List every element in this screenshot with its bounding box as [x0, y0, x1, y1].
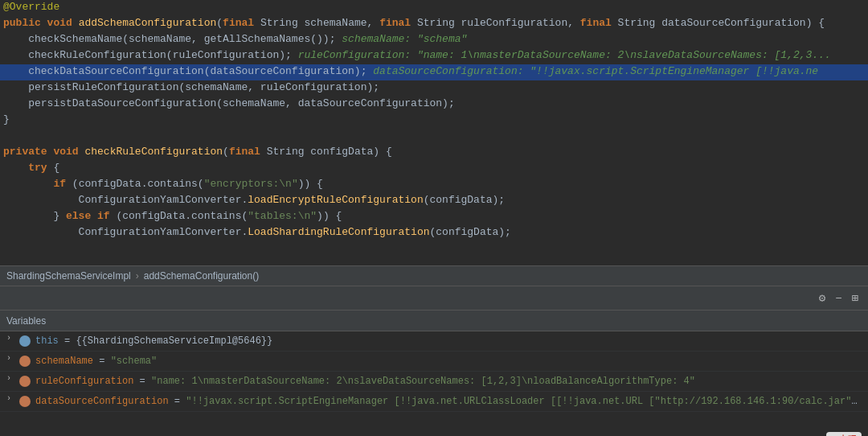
code-line: checkRuleConfiguration(ruleConfiguration… [0, 48, 868, 64]
variable-type-icon [19, 396, 31, 407]
variable-content: ruleConfiguration = "name: 1\nmasterData… [35, 374, 862, 389]
breadcrumb-method: addSchemaConfiguration() [144, 270, 259, 282]
variable-type-icon [19, 356, 31, 367]
code-line: persistRuleConfiguration(schemaName, rul… [0, 80, 868, 97]
code-line: } else if (configData.contains("tables:\… [0, 209, 868, 225]
debug-variable-row[interactable]: ›dataSourceConfiguration = "!!javax.scri… [0, 392, 868, 412]
breadcrumb-bar: ShardingSchemaServiceImpl › addSchemaCon… [0, 265, 868, 286]
expand-arrow-icon[interactable]: › [6, 374, 16, 383]
variable-content: dataSourceConfiguration = "!!javax.scrip… [35, 394, 862, 409]
code-line: @Override [0, 0, 868, 16]
breadcrumb-separator: › [136, 270, 139, 282]
code-line: persistDataSourceConfiguration(schemaNam… [0, 97, 868, 113]
variables-label: Va [6, 315, 18, 327]
code-line: if (configData.contains("encryptors:\n")… [0, 177, 868, 193]
debug-variable-row[interactable]: ›ruleConfiguration = "name: 1\nmasterDat… [0, 372, 868, 392]
code-editor: @Overridepublic void addSchemaConfigurat… [0, 0, 868, 265]
debug-variable-row[interactable]: ›schemaName = "schema" [0, 352, 868, 372]
debug-panel: ›this = {{ShardingSchemaServiceImpl@5646… [0, 331, 868, 436]
code-line: ConfigurationYamlConverter.LoadShardingR… [0, 225, 868, 241]
debug-rows-container: ›this = {{ShardingSchemaServiceImpl@5646… [0, 331, 868, 412]
variable-type-icon [19, 335, 31, 347]
variable-content: schemaName = "schema" [35, 354, 862, 368]
variable-content: this = {{ShardingSchemaServiceImpl@5646}… [35, 334, 862, 348]
variables-label-rest: riables [18, 315, 46, 327]
debug-toolbar: ⚙ − ⊞ [0, 286, 868, 311]
expand-arrow-icon[interactable]: › [6, 394, 16, 403]
code-line: } [0, 113, 868, 129]
code-lines-container: @Overridepublic void addSchemaConfigurat… [0, 0, 868, 241]
code-line: checkSchemaName(schemaName, getAllSchema… [0, 32, 868, 48]
code-line: public void addSchemaConfiguration(final… [0, 16, 868, 32]
code-line: checkDataSourceConfiguration(dataSourceC… [0, 64, 868, 80]
code-line: try { [0, 161, 868, 177]
code-line: ConfigurationYamlConverter.loadEncryptRu… [0, 193, 868, 209]
code-line: private void checkRuleConfiguration(fina… [0, 145, 868, 161]
expand-arrow-icon[interactable]: › [6, 334, 16, 343]
watermark-logo: ● 点码 [826, 432, 862, 436]
code-line [0, 129, 868, 145]
variable-type-icon [19, 376, 31, 387]
layout-icon[interactable]: ⊞ [849, 290, 862, 306]
variables-header: Variables [0, 311, 868, 331]
minimize-icon[interactable]: − [832, 290, 845, 306]
debug-variable-row[interactable]: ›this = {{ShardingSchemaServiceImpl@5646… [0, 331, 868, 352]
gear-icon[interactable]: ⚙ [816, 290, 829, 306]
breadcrumb-class: ShardingSchemaServiceImpl [6, 270, 131, 282]
expand-arrow-icon[interactable]: › [6, 354, 16, 363]
